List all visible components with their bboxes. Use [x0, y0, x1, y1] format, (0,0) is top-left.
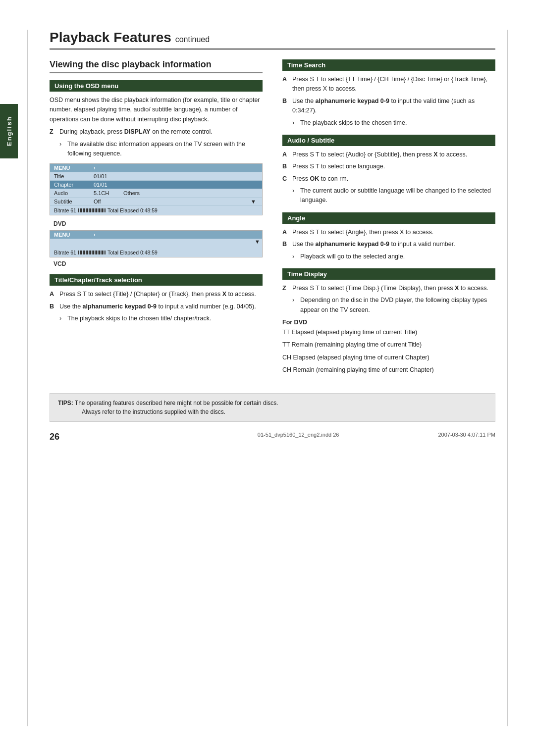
dvd-audio-row: Audio 5.1CH Others: [50, 189, 262, 198]
dvd-menu-row: MENU ›: [50, 164, 262, 172]
audio-c-item: C Press OK to con rm.: [282, 174, 495, 184]
angle-heading: Angle: [282, 212, 495, 224]
audio-subtitle-heading: Audio / Subtitle: [282, 135, 495, 146]
viewing-heading: Viewing the disc playback information: [50, 59, 263, 73]
page-footer: 26 01-51_dvp5160_12_eng2.indd 26 2007-03…: [50, 432, 495, 442]
left-column: Viewing the disc playback information Us…: [50, 59, 263, 378]
time-display-z-sub: › Depending on the disc in the DVD playe…: [292, 296, 495, 315]
language-tab: English: [0, 104, 18, 158]
dvd-bitrate-row: Bitrate 61 Total Elapsed 0:48:59: [50, 206, 262, 215]
title-b-item: B Use the alphanumeric keypad 0-9 to inp…: [50, 302, 263, 311]
title-section-heading: Title/Chapter/Track selection: [50, 274, 263, 286]
content-area: Viewing the disc playback information Us…: [50, 59, 495, 378]
angle-b-sub: › Playback will go to the selected angle…: [292, 252, 495, 261]
time-display-z: Z Press S T to select {Time Disp.} (Time…: [282, 284, 495, 293]
tips-box: TIPS: The operating features described h…: [50, 393, 495, 422]
tips-text2: Always refer to the instructions supplie…: [82, 408, 225, 415]
dvd-chapter-row: Chapter 01/01: [50, 181, 262, 189]
title-a-item: A Press S T to select {Title} / {Chapter…: [50, 290, 263, 299]
for-dvd-heading: For DVD: [282, 319, 495, 326]
dvd-tt-remain: TT Remain (remaining playing time of cur…: [282, 340, 495, 350]
left-border-line: [27, 30, 28, 726]
footer-date: 2007-03-30 4:07:11 PM: [438, 432, 495, 442]
z-item-osd: Z During playback, press DISPLAY on the …: [50, 127, 263, 137]
dvd-label-line: DVD: [50, 220, 263, 227]
time-search-b: B Use the alphanumeric keypad 0-9 to inp…: [282, 97, 495, 116]
tips-text1: The operating features described here mi…: [75, 400, 278, 406]
audio-a-item: A Press S T to select {Audio} or {Subtit…: [282, 150, 495, 159]
page-title: Playback Features continued: [50, 30, 495, 50]
angle-b-item: B Use the alphanumeric keypad 0-9 to inp…: [282, 240, 495, 249]
title-b-sub: › The playback skips to the chosen title…: [59, 314, 263, 323]
osd-body-text: OSD menu shows the disc playback informa…: [50, 96, 263, 124]
time-search-b-sub: › The playback skips to the chosen time.: [292, 118, 495, 128]
dvd-subtitle-row: Subtitle Off ▼: [50, 198, 262, 206]
dvd-title-row: Title 01/01: [50, 172, 262, 181]
dvd-tt-elapsed: TT Elapsed (elapsed playing time of curr…: [282, 328, 495, 337]
vcd-screen-mockup: MENU › Bitrate 61 Total Elapsed 0:48:59 …: [50, 230, 263, 257]
footer-filename: 01-51_dvp5160_12_eng2.indd 26: [258, 432, 339, 442]
audio-b-item: B Press S T to select one language.: [282, 162, 495, 171]
dvd-ch-elapsed: CH Elapsed (elapsed playing time of curr…: [282, 353, 495, 362]
vcd-bitrate-row: Bitrate 61 Total Elapsed 0:48:59: [54, 250, 158, 255]
dvd-ch-remain: CH Remain (remaining playing time of cur…: [282, 365, 495, 375]
dvd-screen-area: MENU › Title 01/01 Chapter 01/01 Audio 5…: [50, 163, 263, 267]
tips-label: TIPS:: [58, 400, 73, 406]
right-border-line: [507, 30, 508, 726]
audio-c-sub: › The current audio or subtitle language…: [292, 186, 495, 205]
page-number: 26: [50, 432, 59, 442]
time-search-a: A Press S T to select {TT Time} / {CH Ti…: [282, 75, 495, 94]
osd-sub-item: › The available disc information appears…: [59, 140, 263, 159]
right-column: Time Search A Press S T to select {TT Ti…: [282, 59, 495, 378]
osd-menu-heading: Using the OSD menu: [50, 80, 263, 92]
vcd-label-line: VCD: [50, 260, 263, 267]
vcd-menu-row: MENU ›: [50, 231, 262, 239]
time-display-heading: Time Display: [282, 268, 495, 280]
angle-a-item: A Press S T to select {Angle}, then pres…: [282, 228, 495, 237]
page-container: English Playback Features continued View…: [0, 0, 535, 756]
time-search-heading: Time Search: [282, 59, 495, 71]
dvd-screen-mockup: MENU › Title 01/01 Chapter 01/01 Audio 5…: [50, 163, 263, 215]
